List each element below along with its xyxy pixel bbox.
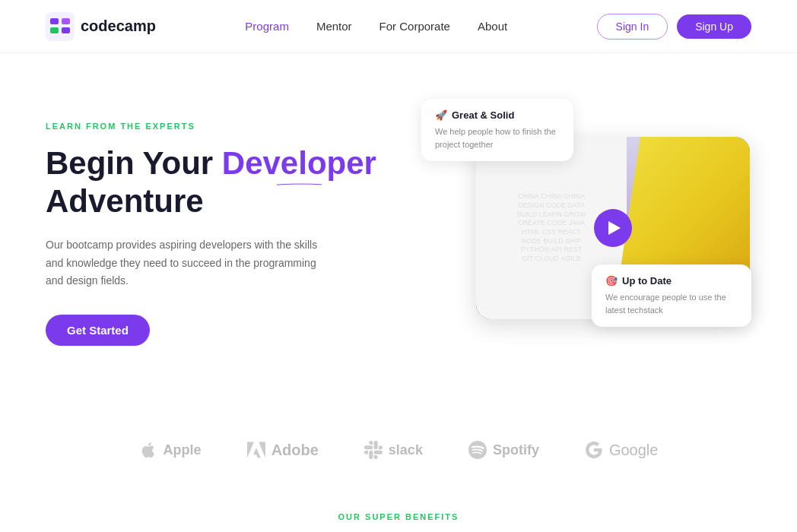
apple-label: Apple [164, 442, 202, 458]
benefits-label: OUR SUPER BENEFITS [46, 512, 751, 521]
nav-buttons: Sign In Sign Up [597, 14, 751, 40]
logos-section: Apple Adobe slack Spotify Google [0, 418, 797, 497]
play-icon [608, 221, 621, 235]
svg-rect-2 [62, 18, 70, 24]
play-button[interactable] [594, 209, 632, 247]
rocket-icon: 🚀 [435, 109, 447, 121]
get-started-button[interactable]: Get Started [46, 315, 150, 346]
card-top-desc: We help people how to finish the project… [435, 125, 560, 150]
hero-title-prefix: Begin Your [46, 145, 222, 181]
hero-section: LEARN FROM THE EXPERTS Begin Your Develo… [0, 53, 797, 418]
google-icon [585, 441, 603, 459]
spotify-icon [468, 441, 487, 459]
nav-item-corporate[interactable]: For Corporate [379, 20, 450, 33]
logo-icon [46, 12, 75, 41]
card-top-title: 🚀 Great & Solid [435, 109, 560, 121]
adobe-icon [247, 441, 265, 459]
signup-button[interactable]: Sign Up [677, 14, 751, 39]
nav-item-program[interactable]: Program [245, 20, 289, 33]
svg-rect-3 [50, 27, 59, 33]
logo-slack: slack [364, 441, 423, 459]
logo-spotify: Spotify [468, 441, 539, 459]
nav-link-program[interactable]: Program [245, 20, 289, 33]
hero-title-highlight: Developer [222, 144, 376, 182]
logo-apple: Apple [139, 441, 202, 459]
logo-google: Google [585, 441, 659, 459]
nav-link-about[interactable]: About [478, 20, 507, 33]
hero-label: LEARN FROM THE EXPERTS [46, 122, 383, 131]
hero-title-suffix: Adventure [46, 183, 204, 219]
info-card-up-to-date: 🎯 Up to Date We encourage people to use … [592, 264, 751, 327]
logo-text: codecamp [81, 17, 156, 35]
hero-title: Begin Your Developer Adventure [46, 144, 383, 221]
svg-rect-4 [62, 27, 70, 33]
svg-rect-0 [46, 12, 75, 41]
hero-description: Our bootcamp provides aspiring developer… [46, 236, 335, 290]
logo-adobe: Adobe [247, 441, 319, 459]
spotify-label: Spotify [493, 442, 539, 458]
svg-rect-1 [50, 18, 59, 24]
apple-icon [139, 441, 157, 459]
info-card-great-solid: 🚀 Great & Solid We help people how to fi… [421, 99, 573, 161]
signin-button[interactable]: Sign In [597, 14, 668, 40]
word-art-text: CHINA CHINA CHINADESIGN CODE DATABUILD L… [511, 186, 592, 270]
google-label: Google [609, 442, 659, 459]
target-icon: 🎯 [605, 275, 618, 287]
adobe-label: Adobe [271, 442, 319, 459]
slack-label: slack [389, 442, 423, 458]
card-bottom-title: 🎯 Up to Date [605, 275, 738, 287]
nav-link-corporate[interactable]: For Corporate [379, 20, 450, 33]
hero-left: LEARN FROM THE EXPERTS Begin Your Develo… [46, 99, 383, 346]
benefits-section: OUR SUPER BENEFITS Learn Faster & Comple… [0, 497, 797, 532]
nav-item-about[interactable]: About [478, 20, 507, 33]
hero-right: 🚀 Great & Solid We help people how to fi… [414, 99, 751, 319]
navbar: codecamp Program Mentor For Corporate Ab… [0, 0, 797, 53]
nav-link-mentor[interactable]: Mentor [316, 20, 352, 33]
card-bottom-desc: We encourage people to use the latest te… [605, 291, 738, 316]
slack-icon [364, 441, 383, 459]
logo[interactable]: codecamp [46, 12, 156, 41]
nav-links: Program Mentor For Corporate About [245, 20, 507, 33]
nav-item-mentor[interactable]: Mentor [316, 20, 352, 33]
